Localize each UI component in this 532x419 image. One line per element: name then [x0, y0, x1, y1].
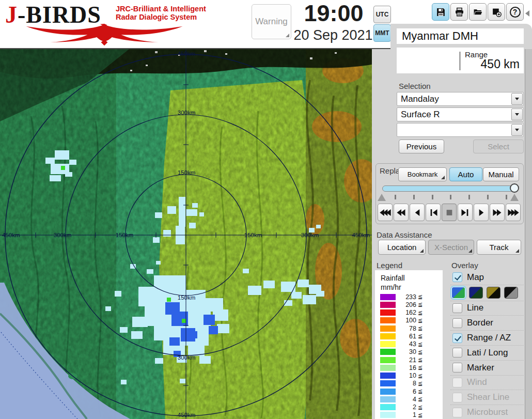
legend-color-swatch: [380, 294, 396, 300]
legend-value: 206: [396, 301, 416, 308]
legend-operator: ≦: [418, 404, 423, 411]
save-button[interactable]: [432, 3, 449, 21]
replay-range-end-marker[interactable]: [510, 194, 519, 201]
range-ring-label: 150km: [116, 232, 134, 238]
manual-button[interactable]: Manual: [483, 167, 519, 181]
replay-slider-ticks: [395, 195, 507, 199]
mmt-button[interactable]: MMT: [373, 24, 391, 42]
legend-operator: ≦: [418, 373, 423, 379]
map-style-swatch[interactable]: [451, 287, 465, 299]
overlay-row-lati-long: Lati / Long: [450, 346, 524, 361]
playback-fwd3-button[interactable]: [506, 204, 521, 221]
open-folder-button[interactable]: [469, 3, 487, 21]
legend-color-swatch: [380, 333, 396, 339]
legend-value: 21: [396, 356, 416, 364]
legend-operator: ≦: [418, 301, 423, 308]
slider-tick: [450, 195, 451, 199]
playback-fwd2-button[interactable]: [490, 204, 505, 221]
legend-row: 6≦: [375, 387, 443, 395]
overlay-item-label: Microburst: [467, 407, 508, 417]
legend-row: 233≦: [375, 293, 443, 301]
overlay-item-label: Map: [467, 272, 484, 283]
overlay-item-label: Marker: [467, 363, 494, 373]
panel-scrollbar[interactable]: [525, 49, 532, 419]
map-style-swatch[interactable]: [504, 287, 518, 299]
chevron-down-icon[interactable]: [511, 108, 523, 120]
legend-row: 10≦: [375, 372, 443, 380]
overlay-checkbox-marker[interactable]: [452, 363, 462, 373]
product-dropdown[interactable]: Surface R: [397, 107, 524, 121]
chevron-down-icon[interactable]: [511, 93, 523, 105]
legend-operator: ≦: [418, 349, 423, 355]
warning-label: Warning: [255, 17, 288, 27]
legend-operator: ≦: [418, 333, 423, 339]
range-ring-label: 450km: [2, 232, 20, 238]
playback-rew3-button[interactable]: [378, 204, 393, 221]
legend-unit: mm/hr: [381, 283, 401, 291]
playback-playL-button[interactable]: [410, 204, 425, 221]
legend-operator: ≦: [418, 388, 423, 395]
overlay-list: MapLineBorderRange / AZLati / LongMarker…: [450, 270, 524, 419]
option-dropdown[interactable]: [397, 123, 524, 137]
range-ring-label: 150km: [178, 169, 196, 176]
legend-value: 2: [396, 404, 416, 411]
legend-value: 6: [396, 388, 416, 395]
range-ring-label: 450km: [178, 412, 196, 418]
track-button[interactable]: Track: [477, 240, 521, 255]
overlay-item-label: Lati / Long: [467, 348, 508, 358]
legend-value: 100: [396, 317, 416, 324]
overlay-checkbox-border[interactable]: [452, 318, 462, 328]
playback-playR-button[interactable]: [474, 204, 489, 221]
overlay-checkbox-map[interactable]: [452, 272, 462, 282]
playback-stop-button[interactable]: [442, 204, 457, 221]
overlay-row-marker: Marker: [450, 361, 524, 376]
map-style-swatch[interactable]: [487, 287, 500, 299]
print-button[interactable]: [450, 3, 468, 21]
legend-color-swatch: [380, 357, 396, 363]
radar-map-canvas[interactable]: 450km300km150km150km300km450km450km300km…: [0, 49, 372, 419]
overlay-row-shear-line: Shear Line: [450, 390, 524, 405]
utc-button[interactable]: UTC: [373, 6, 391, 23]
legend-row: 30≦: [375, 348, 443, 356]
previous-button[interactable]: Previous: [399, 139, 444, 153]
legend-value: 43: [396, 340, 416, 348]
range-ring-label: 450km: [178, 51, 196, 57]
slider-tick: [395, 195, 396, 199]
playback-rew2-button[interactable]: [394, 204, 409, 221]
overlay-row-line: Line: [450, 301, 524, 316]
site-dropdown[interactable]: Mandalay: [397, 92, 524, 106]
chevron-down-icon[interactable]: [511, 124, 523, 136]
legend-operator: ≦: [418, 341, 423, 348]
replay-range-start-marker[interactable]: [378, 194, 386, 201]
site-dropdown-value: Mandalay: [401, 94, 439, 104]
playback-playR-icon: [476, 209, 487, 216]
replay-slider-handle[interactable]: [510, 183, 519, 193]
range-ring-label: 300km: [301, 232, 319, 238]
help-button[interactable]: ?: [506, 3, 524, 21]
panel-collapse-icon[interactable]: [525, 10, 529, 17]
overlay-checkbox-lati-long[interactable]: [452, 348, 462, 358]
range-box: Range 450 km: [397, 48, 524, 73]
legend-panel: Rainfall mm/hr 233≦206≦162≦100≦78≦61≦43≦…: [375, 270, 443, 419]
overlay-checkbox-range-az[interactable]: [452, 333, 462, 343]
clock-time: 19:00: [293, 0, 374, 27]
replay-slider-track[interactable]: [382, 185, 518, 192]
map-style-row: [450, 285, 524, 301]
bookmark-button[interactable]: Bookmark: [398, 167, 447, 181]
x-section-button[interactable]: X-Section: [428, 240, 474, 255]
legend-value: 61: [396, 333, 416, 340]
radar-map[interactable]: 450km300km150km150km300km450km450km300km…: [0, 49, 372, 419]
map-style-swatch[interactable]: [469, 287, 483, 299]
location-button[interactable]: Location: [378, 240, 426, 255]
legend-color-swatch: [380, 309, 396, 316]
select-button[interactable]: Select: [473, 139, 524, 153]
warning-button[interactable]: Warning: [252, 4, 291, 39]
range-ring-label: 300km: [178, 354, 196, 361]
overlay-checkbox-line[interactable]: [452, 303, 462, 313]
auto-button[interactable]: Auto: [449, 167, 482, 181]
legend-operator: ≦: [418, 380, 423, 387]
add-image-button[interactable]: [488, 3, 505, 21]
playback-stepL-button[interactable]: [426, 204, 441, 221]
range-value: 450 km: [481, 57, 520, 71]
playback-stepR-button[interactable]: [458, 204, 473, 221]
